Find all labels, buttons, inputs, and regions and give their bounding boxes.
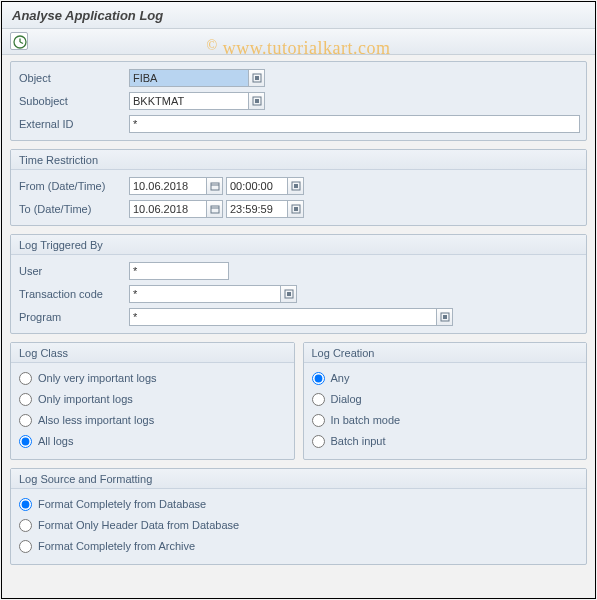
program-input[interactable] xyxy=(129,308,437,326)
svg-rect-7 xyxy=(211,183,219,190)
group-time-title: Time Restriction xyxy=(11,150,586,170)
log-class-opt3-label[interactable]: Also less important logs xyxy=(38,414,154,426)
group-log-creation: Log Creation Any Dialog In batch mode Ba… xyxy=(303,342,588,460)
to-time-input[interactable] xyxy=(226,200,288,218)
log-class-opt1-radio[interactable] xyxy=(19,372,32,385)
clock-execute-icon xyxy=(12,34,28,50)
tcode-input[interactable] xyxy=(129,285,281,303)
search-help-icon xyxy=(252,96,262,106)
log-class-opt4-label[interactable]: All logs xyxy=(38,435,73,447)
user-label: User xyxy=(17,265,129,277)
to-time-f4-button[interactable] xyxy=(288,200,304,218)
log-class-opt2-radio[interactable] xyxy=(19,393,32,406)
svg-rect-4 xyxy=(255,76,259,80)
from-time-input[interactable] xyxy=(226,177,288,195)
user-input[interactable] xyxy=(129,262,229,280)
to-date-input[interactable] xyxy=(129,200,207,218)
object-f4-button[interactable] xyxy=(249,69,265,87)
from-date-input[interactable] xyxy=(129,177,207,195)
program-f4-button[interactable] xyxy=(437,308,453,326)
log-source-opt2-label[interactable]: Format Only Header Data from Database xyxy=(38,519,239,531)
from-time-f4-button[interactable] xyxy=(288,177,304,195)
subobject-f4-button[interactable] xyxy=(249,92,265,110)
object-label: Object xyxy=(17,72,129,84)
log-creation-opt3-label[interactable]: In batch mode xyxy=(331,414,401,426)
svg-rect-6 xyxy=(255,99,259,103)
log-source-opt3-radio[interactable] xyxy=(19,540,32,553)
page-title: Analyse Application Log xyxy=(2,2,595,29)
external-id-label: External ID xyxy=(17,118,129,130)
search-help-icon xyxy=(291,181,301,191)
group-trigger-title: Log Triggered By xyxy=(11,235,586,255)
log-creation-opt1-label[interactable]: Any xyxy=(331,372,350,384)
group-triggered-by: Log Triggered By User Transaction code P… xyxy=(10,234,587,334)
log-class-opt2-label[interactable]: Only important logs xyxy=(38,393,133,405)
group-log-creation-title: Log Creation xyxy=(304,343,587,363)
from-label: From (Date/Time) xyxy=(17,180,129,192)
search-help-icon xyxy=(284,289,294,299)
group-general: Object Subobject External ID xyxy=(10,61,587,141)
group-time-restriction: Time Restriction From (Date/Time) To (Da… xyxy=(10,149,587,226)
from-date-f4-button[interactable] xyxy=(207,177,223,195)
subobject-input[interactable] xyxy=(129,92,249,110)
log-source-opt2-radio[interactable] xyxy=(19,519,32,532)
group-log-class-title: Log Class xyxy=(11,343,294,363)
group-log-source: Log Source and Formatting Format Complet… xyxy=(10,468,587,565)
log-class-opt4-radio[interactable] xyxy=(19,435,32,448)
group-log-source-title: Log Source and Formatting xyxy=(11,469,586,489)
to-date-f4-button[interactable] xyxy=(207,200,223,218)
search-help-icon xyxy=(291,204,301,214)
tcode-label: Transaction code xyxy=(17,288,129,300)
log-creation-opt3-radio[interactable] xyxy=(312,414,325,427)
log-creation-opt4-radio[interactable] xyxy=(312,435,325,448)
svg-rect-16 xyxy=(287,292,291,296)
svg-rect-11 xyxy=(211,206,219,213)
calendar-icon xyxy=(210,181,220,191)
toolbar xyxy=(2,29,595,55)
log-creation-opt1-radio[interactable] xyxy=(312,372,325,385)
calendar-icon xyxy=(210,204,220,214)
object-input[interactable] xyxy=(129,69,249,87)
log-source-opt3-label[interactable]: Format Completely from Archive xyxy=(38,540,195,552)
search-help-icon xyxy=(252,73,262,83)
log-source-opt1-label[interactable]: Format Completely from Database xyxy=(38,498,206,510)
log-creation-opt4-label[interactable]: Batch input xyxy=(331,435,386,447)
group-log-class: Log Class Only very important logs Only … xyxy=(10,342,295,460)
execute-button[interactable] xyxy=(10,32,28,50)
svg-rect-14 xyxy=(294,207,298,211)
log-source-opt1-radio[interactable] xyxy=(19,498,32,511)
tcode-f4-button[interactable] xyxy=(281,285,297,303)
program-label: Program xyxy=(17,311,129,323)
external-id-input[interactable] xyxy=(129,115,580,133)
svg-line-2 xyxy=(20,42,23,44)
to-label: To (Date/Time) xyxy=(17,203,129,215)
log-creation-opt2-radio[interactable] xyxy=(312,393,325,406)
search-help-icon xyxy=(440,312,450,322)
log-creation-opt2-label[interactable]: Dialog xyxy=(331,393,362,405)
log-class-opt3-radio[interactable] xyxy=(19,414,32,427)
subobject-label: Subobject xyxy=(17,95,129,107)
svg-rect-10 xyxy=(294,184,298,188)
log-class-opt1-label[interactable]: Only very important logs xyxy=(38,372,157,384)
svg-rect-18 xyxy=(443,315,447,319)
